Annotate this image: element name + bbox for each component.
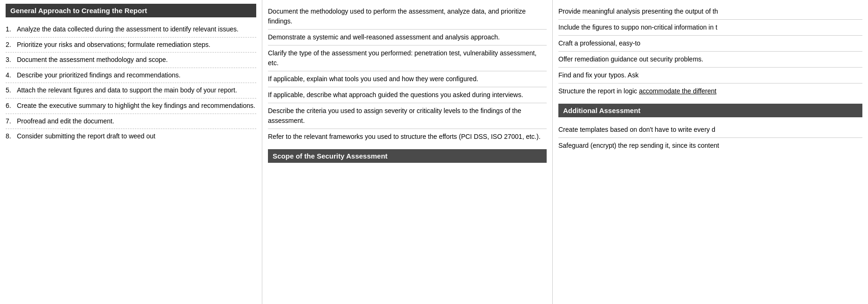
bullet-item: Provide meaningful analysis presenting t… bbox=[558, 4, 862, 20]
bullet-item: Document the methodology used to perform… bbox=[268, 4, 547, 30]
list-number: 3. bbox=[6, 55, 17, 65]
list-text: Proofread and edit the document. bbox=[17, 117, 256, 126]
col1-header: General Approach to Creating the Report bbox=[6, 4, 256, 17]
bullet-item: Clarify the type of the assessment you p… bbox=[268, 46, 547, 71]
list-number: 6. bbox=[6, 101, 17, 111]
bullet-item: Find and fix your typos. Ask bbox=[558, 68, 862, 84]
bullet-item: Create templates based on don't have to … bbox=[558, 122, 862, 138]
bullet-item: If applicable, explain what tools you us… bbox=[268, 71, 547, 87]
list-text: Prioritize your risks and observations; … bbox=[17, 40, 256, 50]
list-number: 1. bbox=[6, 25, 17, 34]
col3-section2-items: Create templates based on don't have to … bbox=[558, 122, 862, 153]
bullet-item: Craft a professional, easy-to bbox=[558, 36, 862, 52]
bullet-item: Describe the criteria you used to assign… bbox=[268, 103, 547, 129]
bullet-item: Refer to the relevant frameworks you use… bbox=[268, 129, 547, 144]
list-text: Consider submitting the report draft to … bbox=[17, 132, 256, 141]
column-2: Document the methodology used to perform… bbox=[262, 0, 553, 304]
col2-items: Document the methodology used to perform… bbox=[268, 4, 547, 144]
list-item: 1.Analyze the data collected during the … bbox=[6, 22, 256, 38]
list-item: 8.Consider submitting the report draft t… bbox=[6, 129, 256, 144]
col3-items: Provide meaningful analysis presenting t… bbox=[558, 4, 862, 99]
list-text: Document the assessment methodology and … bbox=[17, 55, 256, 65]
bullet-item: Safeguard (encrypt) the rep sending it, … bbox=[558, 138, 862, 153]
list-number: 8. bbox=[6, 132, 17, 141]
list-item: 7.Proofread and edit the document. bbox=[6, 114, 256, 129]
col1-list: 1.Analyze the data collected during the … bbox=[6, 22, 256, 144]
col3-section2-header: Additional Assessment bbox=[558, 104, 862, 117]
list-number: 7. bbox=[6, 117, 17, 126]
bullet-item: If applicable, describe what approach gu… bbox=[268, 87, 547, 103]
list-text: Attach the relevant figures and data to … bbox=[17, 86, 256, 95]
underlined-text: accommodate the different bbox=[639, 87, 717, 95]
column-1: General Approach to Creating the Report … bbox=[0, 0, 262, 304]
col2-section2-header: Scope of the Security Assessment bbox=[268, 149, 547, 163]
page-container: General Approach to Creating the Report … bbox=[0, 0, 868, 304]
list-item: 5.Attach the relevant figures and data t… bbox=[6, 83, 256, 99]
list-text: Analyze the data collected during the as… bbox=[17, 25, 256, 34]
list-item: 3.Document the assessment methodology an… bbox=[6, 53, 256, 68]
bullet-item: Include the figures to suppo non-critica… bbox=[558, 20, 862, 36]
bullet-item: Offer remediation guidance out security … bbox=[558, 52, 862, 68]
list-number: 2. bbox=[6, 40, 17, 50]
bullet-item: Structure the report in logic accommodat… bbox=[558, 84, 862, 99]
list-text: Describe your prioritized findings and r… bbox=[17, 71, 256, 80]
list-number: 5. bbox=[6, 86, 17, 95]
list-item: 2.Prioritize your risks and observations… bbox=[6, 38, 256, 53]
bullet-item: Demonstrate a systemic and well-reasoned… bbox=[268, 30, 547, 46]
list-item: 4.Describe your prioritized findings and… bbox=[6, 68, 256, 84]
list-number: 4. bbox=[6, 71, 17, 80]
list-item: 6.Create the executive summary to highli… bbox=[6, 99, 256, 114]
column-3: Provide meaningful analysis presenting t… bbox=[553, 0, 868, 304]
list-text: Create the executive summary to highligh… bbox=[17, 101, 256, 111]
